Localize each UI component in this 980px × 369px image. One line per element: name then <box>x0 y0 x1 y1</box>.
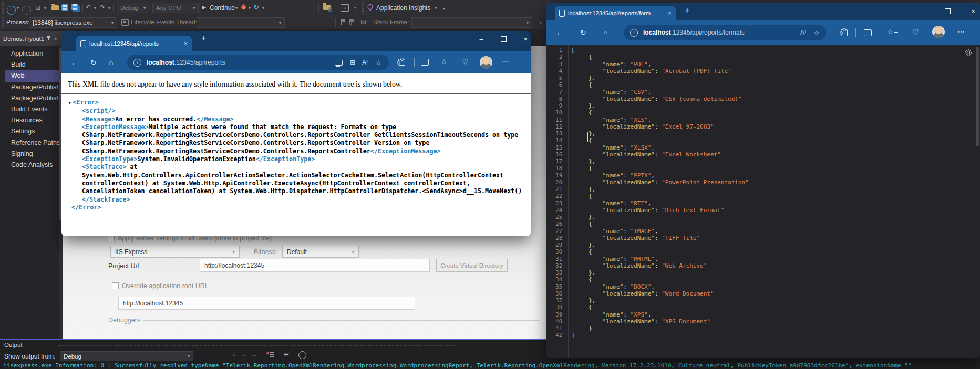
process-dropdown[interactable]: [13848] iisexpress.exe▾ <box>29 17 117 28</box>
continue-label[interactable]: Continue <box>210 4 235 12</box>
toolbar-grip[interactable] <box>362 2 364 14</box>
toolbar-overflow-button[interactable]: ▾ <box>353 5 358 10</box>
maximize-button[interactable] <box>938 5 956 17</box>
new-tab-button[interactable]: + <box>685 6 689 15</box>
more-menu-icon[interactable]: ⋯ <box>502 57 509 66</box>
extensions-icon[interactable] <box>841 29 848 36</box>
sidebar-item-package-publish-web[interactable]: Package/Publish Web <box>0 82 59 93</box>
stack-frame-dropdown[interactable]: ▾ <box>411 17 532 28</box>
create-virtual-directory-button[interactable]: Create Virtual Directory <box>436 259 508 272</box>
output-panel-title[interactable]: Output <box>4 342 23 348</box>
server-dropdown[interactable]: IIS Express▾ <box>110 246 240 258</box>
bitness-dropdown[interactable]: Default▾ <box>282 246 359 258</box>
sidebar-item-reference-paths[interactable]: Reference Paths <box>0 138 59 149</box>
toolbar-grip[interactable] <box>2 17 4 28</box>
tab-close-icon[interactable]: × <box>668 9 672 17</box>
thread-dropdown[interactable]: ▾ <box>197 17 285 28</box>
new-tab-button[interactable]: + <box>201 34 206 43</box>
open-file-icon[interactable] <box>51 5 59 10</box>
read-aloud-icon[interactable]: A⁾ <box>362 59 368 66</box>
tab-close-icon[interactable]: × <box>184 40 188 47</box>
redo-button[interactable]: ↷ <box>100 4 105 11</box>
continue-button[interactable]: ▶ <box>202 5 206 10</box>
sidebar-item-signing[interactable]: Signing <box>0 149 59 160</box>
restart-icon[interactable]: ↻ <box>253 3 259 11</box>
profile-avatar[interactable] <box>480 56 492 69</box>
maximize-button[interactable] <box>494 33 512 45</box>
browser-back-button[interactable]: ← <box>71 58 78 67</box>
minimize-button[interactable]: – <box>472 33 490 45</box>
chevron-down-icon[interactable]: ▾ <box>249 6 251 10</box>
browser-titlebar[interactable]: localhost:12345/api/reports/form × + – × <box>546 3 980 20</box>
apps-grid-icon[interactable]: ⊞ <box>350 59 355 66</box>
application-insights-label[interactable]: Application Insights <box>376 4 430 12</box>
panel-drag-handle[interactable] <box>58 345 456 348</box>
home-button[interactable]: ⌂ <box>603 28 607 37</box>
minimize-button[interactable]: – <box>911 5 929 17</box>
sidebar-item-code-analysis[interactable]: Code Analysis <box>0 160 59 171</box>
close-window-button[interactable]: × <box>517 33 534 45</box>
address-bar[interactable]: i localhost:12345/api/reports ⊞ A⁾ ☆ <box>127 55 389 70</box>
read-aloud-icon[interactable]: A⁾ <box>800 29 806 36</box>
refresh-button[interactable]: ↻ <box>580 28 586 37</box>
navigate-forward-button[interactable]: → <box>22 4 31 15</box>
find-in-files-icon[interactable] <box>323 5 331 10</box>
split-screen-icon[interactable] <box>864 29 872 36</box>
override-url-input[interactable]: http://localhost:12345 <box>118 297 415 310</box>
sidebar-item-settings[interactable]: Settings <box>0 126 59 137</box>
site-info-icon[interactable]: i <box>133 59 141 67</box>
close-icon[interactable]: × <box>54 36 57 41</box>
toolbar-grip[interactable] <box>2 2 4 14</box>
sidebar-item-web[interactable]: Web <box>5 70 59 81</box>
save-all-icon[interactable] <box>71 4 78 10</box>
goto-message-icon[interactable]: ↧ <box>231 351 236 358</box>
favorites-icon[interactable]: ☆ <box>887 28 893 36</box>
next-message-icon[interactable]: → <box>251 351 257 358</box>
tab-demos-tryout1[interactable]: Demos.Tryout1 × <box>0 31 65 46</box>
hot-reload-icon[interactable] <box>241 4 246 11</box>
chevron-down-icon[interactable]: ▾ <box>262 6 264 10</box>
chevron-down-icon[interactable]: ▾ <box>108 6 110 10</box>
sidebar-item-resources[interactable]: Resources <box>0 115 59 126</box>
show-threads-flagged-icon[interactable] <box>340 19 345 25</box>
flag-threads-icon[interactable] <box>348 19 354 25</box>
lifecycle-events-icon[interactable] <box>121 19 129 26</box>
new-item-button[interactable]: ⊞ <box>35 4 40 12</box>
navigate-back-button[interactable]: ← <box>7 4 16 15</box>
chevron-down-icon[interactable]: ▾ <box>94 6 96 10</box>
pin-icon[interactable] <box>47 36 51 41</box>
browser-titlebar[interactable]: localhost:12345/api/reports × + – × <box>61 31 531 51</box>
toolbar-overflow-button[interactable]: ▾ <box>538 20 543 26</box>
profile-avatar[interactable] <box>932 26 945 38</box>
split-screen-icon[interactable] <box>421 59 429 66</box>
browser-back-button[interactable]: ← <box>556 28 563 37</box>
sidebar-item-application[interactable]: Application <box>0 48 59 59</box>
save-icon[interactable] <box>61 4 68 11</box>
lifecycle-events-label[interactable]: Lifecycle Events <box>131 19 174 25</box>
close-window-button[interactable]: × <box>964 5 980 17</box>
add-favorite-icon[interactable]: ☆ <box>813 29 820 37</box>
site-info-icon[interactable]: i <box>630 29 638 37</box>
solution-config-dropdown[interactable]: Debug▾ <box>117 3 149 13</box>
toolbar-overflow-button[interactable]: ▾ <box>441 6 447 12</box>
sidebar-item-build-events[interactable]: Build Events <box>0 104 59 115</box>
undo-button[interactable]: ↶ <box>86 4 91 11</box>
reader-mode-icon[interactable] <box>335 60 343 66</box>
refresh-button[interactable]: ↻ <box>90 58 97 67</box>
home-button[interactable]: ⌂ <box>109 58 113 67</box>
timestamp-icon[interactable] <box>298 351 306 359</box>
sidebar-item-build[interactable]: Build <box>0 59 59 70</box>
chevron-down-icon[interactable]: ▾ <box>435 6 437 10</box>
output-source-dropdown[interactable]: Debug▾ <box>60 351 193 361</box>
browse-with-icon[interactable]: ⌂ <box>341 4 349 12</box>
favorites-icon[interactable]: ☆ <box>441 58 447 66</box>
chevron-down-icon[interactable]: ▾ <box>17 6 19 10</box>
more-menu-icon[interactable]: ⋯ <box>957 27 965 36</box>
chevron-down-icon[interactable]: ▾ <box>235 6 238 10</box>
address-bar[interactable]: i localhost:12345/api/reports/formats A⁾… <box>624 25 826 40</box>
json-settings-gear-icon[interactable] <box>964 48 973 59</box>
sidebar-item-package-publish-sql[interactable]: Package/Publish SQL <box>0 93 59 104</box>
scrollbar-thumb[interactable] <box>976 47 979 146</box>
add-favorite-icon[interactable]: ☆ <box>375 59 381 67</box>
browser-tab-formats[interactable]: localhost:12345/api/reports/form × <box>555 6 676 20</box>
